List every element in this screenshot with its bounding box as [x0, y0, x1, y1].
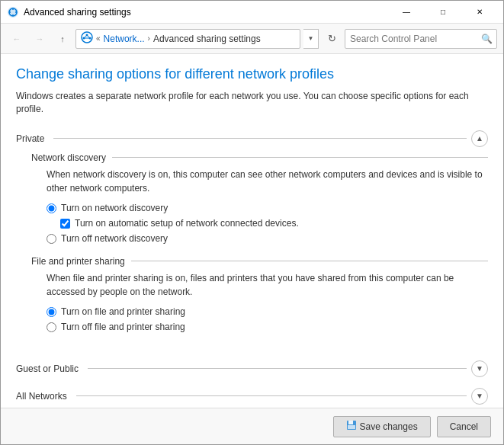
svg-rect-15: [348, 425, 355, 429]
close-button[interactable]: ✕: [462, 1, 497, 24]
window-controls: — □ ✕: [389, 1, 497, 24]
section-guest-label: Guest or Public: [16, 363, 85, 374]
breadcrumb-separator1: «: [96, 34, 101, 43]
svg-point-2: [12, 8, 14, 10]
radio-nd-off-label: Turn off network discovery: [61, 233, 168, 244]
radio-nd-off-input[interactable]: [47, 234, 56, 244]
section-guest-header[interactable]: Guest or Public ▼: [16, 358, 488, 379]
section-private-line: [53, 138, 467, 139]
breadcrumb-icon: [81, 31, 93, 46]
svg-line-10: [87, 35, 90, 38]
cancel-button[interactable]: Cancel: [437, 416, 491, 437]
content-area: Change sharing options for different net…: [1, 54, 503, 408]
subsection-file-printer: File and printer sharing When file and p…: [31, 256, 488, 332]
subsection-nd-label: Network discovery: [31, 152, 112, 163]
save-icon: [346, 420, 357, 433]
radio-fp-off-input[interactable]: [47, 322, 56, 332]
radio-fp-on: Turn on file and printer sharing: [47, 306, 488, 317]
section-private: Private ▲ Network discovery When network…: [16, 128, 488, 352]
subsection-nd-desc: When network discovery is on, this compu…: [47, 168, 488, 195]
subsection-fp-desc: When file and printer sharing is on, fil…: [47, 271, 488, 299]
radio-fp-on-input[interactable]: [47, 307, 56, 317]
radio-nd-off: Turn off network discovery: [47, 233, 488, 244]
save-button[interactable]: Save changes: [333, 416, 431, 437]
section-allnet-header[interactable]: All Networks ▼: [16, 386, 488, 407]
subsection-nd-header: Network discovery: [31, 152, 488, 163]
checkbox-nd-auto-label: Turn on automatic setup of network conne…: [75, 218, 299, 229]
subsection-network-discovery: Network discovery When network discovery…: [31, 152, 488, 244]
maximize-button[interactable]: □: [425, 1, 461, 24]
section-allnet-label: All Networks: [16, 391, 73, 402]
section-guest-line: [88, 368, 467, 369]
search-icon: 🔍: [477, 30, 496, 48]
checkbox-nd-auto: Turn on automatic setup of network conne…: [60, 218, 488, 229]
svg-point-4: [9, 11, 11, 13]
footer: Save changes Cancel: [1, 408, 503, 444]
up-button[interactable]: ↑: [53, 29, 72, 49]
subsection-fp-label: File and printer sharing: [31, 256, 131, 267]
breadcrumb-dropdown-button[interactable]: ▼: [303, 29, 319, 49]
section-guest-arrow[interactable]: ▼: [471, 360, 488, 377]
section-private-header[interactable]: Private ▲: [16, 128, 488, 149]
svg-rect-14: [348, 421, 353, 424]
search-box: 🔍: [345, 29, 497, 49]
back-button[interactable]: ←: [7, 29, 27, 49]
main-window: Advanced sharing settings — □ ✕ ← → ↑: [0, 0, 504, 445]
page-description: Windows creates a separate network profi…: [16, 90, 488, 116]
window-icon: [7, 6, 19, 18]
section-private-content: Network discovery When network discovery…: [16, 149, 488, 352]
radio-nd-on-input[interactable]: [47, 203, 56, 213]
title-bar: Advanced sharing settings — □ ✕: [1, 1, 503, 24]
section-allnet-arrow[interactable]: ▼: [471, 388, 488, 405]
svg-point-5: [12, 14, 14, 16]
minimize-button[interactable]: —: [389, 1, 424, 24]
radio-fp-on-label: Turn on file and printer sharing: [61, 306, 185, 317]
section-allnet-line: [76, 395, 467, 396]
subsection-fp-header: File and printer sharing: [31, 256, 488, 267]
subsection-fp-line: [131, 261, 488, 261]
section-private-arrow[interactable]: ▲: [471, 130, 488, 147]
save-label: Save changes: [360, 421, 418, 432]
window-title: Advanced sharing settings: [24, 7, 389, 18]
svg-line-11: [84, 35, 87, 38]
breadcrumb-current: Advanced sharing settings: [153, 34, 261, 44]
svg-point-3: [15, 11, 17, 13]
subsection-nd-line: [112, 157, 488, 158]
section-private-label: Private: [16, 133, 50, 144]
breadcrumb-sep2: ›: [148, 34, 150, 43]
radio-fp-off: Turn off file and printer sharing: [47, 322, 488, 332]
section-guest-public: Guest or Public ▼: [16, 358, 488, 379]
address-bar: ← → ↑ « Network... › Advanced sharing se…: [1, 24, 503, 54]
radio-fp-off-label: Turn off file and printer sharing: [61, 322, 185, 332]
radio-nd-on: Turn on network discovery: [47, 203, 488, 213]
radio-nd-on-label: Turn on network discovery: [61, 203, 168, 213]
breadcrumb: « Network... › Advanced sharing settings: [75, 29, 300, 49]
checkbox-nd-auto-input[interactable]: [60, 219, 70, 229]
search-input[interactable]: [345, 34, 477, 44]
forward-button[interactable]: →: [30, 29, 50, 49]
refresh-button[interactable]: ↻: [322, 29, 342, 49]
section-all-networks: All Networks ▼: [16, 386, 488, 407]
page-title: Change sharing options for different net…: [16, 66, 488, 82]
breadcrumb-network[interactable]: Network...: [104, 34, 145, 44]
